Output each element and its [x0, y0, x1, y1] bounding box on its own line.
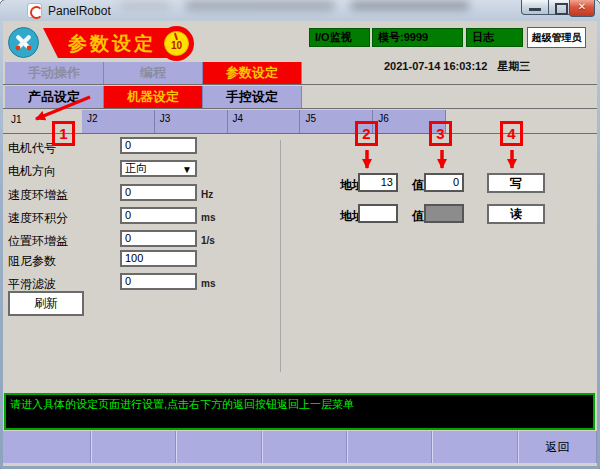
- blurred-background: [120, 2, 170, 9]
- tab-programming[interactable]: 编程: [104, 62, 203, 84]
- banner-slant: [43, 28, 58, 58]
- annotation-step-3: 3: [429, 121, 452, 146]
- annotation-step-2: 2: [355, 121, 378, 146]
- tools-icon: [8, 27, 39, 58]
- function-button-4[interactable]: [262, 431, 347, 463]
- mold-number-button[interactable]: 模号:9999: [372, 28, 463, 47]
- write-value-input[interactable]: 0: [424, 173, 464, 192]
- function-button-5[interactable]: [347, 431, 432, 463]
- damping-param-label: 阻尼参数: [8, 253, 56, 270]
- window-title: PanelRobot: [48, 4, 111, 18]
- app-window: PanelRobot 参数设定 10 I/O监视 模号:9999 日志 超级管理…: [0, 0, 600, 469]
- panel-divider: [280, 140, 281, 372]
- chevron-down-icon[interactable]: [182, 163, 192, 176]
- close-button[interactable]: [569, 0, 595, 17]
- tab-axis-j4[interactable]: J4: [228, 110, 301, 133]
- speed-loop-gain-unit: Hz: [201, 189, 213, 200]
- page-title: 参数设定: [58, 31, 166, 57]
- bottom-button-bar: 返回: [3, 431, 597, 463]
- function-button-1[interactable]: [3, 431, 91, 463]
- tab-axis-j2[interactable]: J2: [82, 110, 155, 133]
- function-button-6[interactable]: [432, 431, 518, 463]
- datetime: 2021-07-14 16:03:12星期三: [384, 59, 589, 74]
- app-icon[interactable]: [27, 3, 42, 18]
- gauge-value: 10: [164, 40, 189, 51]
- maximize-button[interactable]: [548, 0, 570, 15]
- divider: [3, 108, 597, 109]
- minimize-button[interactable]: [521, 0, 549, 15]
- motor-direction-label: 电机方向: [8, 163, 56, 180]
- sub-tabstrip: 产品设定 机器设定 手控设定: [5, 86, 302, 108]
- refresh-button[interactable]: 刷新: [8, 291, 84, 316]
- speed-loop-integral-label: 速度环积分: [8, 210, 68, 227]
- axis-tabstrip: J2 J3 J4 J5 J6: [82, 110, 446, 133]
- annotation-step-4: 4: [500, 121, 523, 146]
- status-message: 请进入具体的设定页面进行设置,点击右下方的返回按钮返回上一层菜单: [10, 398, 354, 410]
- tab-manual-operation[interactable]: 手动操作: [5, 62, 104, 84]
- speed-loop-gain-label: 速度环增益: [8, 187, 68, 204]
- position-loop-gain-unit: 1/s: [201, 235, 215, 246]
- return-button[interactable]: 返回: [518, 431, 597, 463]
- weekday-text: 星期三: [497, 60, 530, 72]
- divider: [3, 84, 597, 85]
- function-button-2[interactable]: [91, 431, 176, 463]
- read-value-display: [424, 204, 464, 223]
- motor-code-input[interactable]: 0: [120, 137, 197, 154]
- tab-machine-setting[interactable]: 机器设定: [104, 86, 203, 108]
- annotation-step-1: 1: [52, 121, 75, 146]
- smoothing-filter-input[interactable]: 0: [120, 273, 197, 290]
- speed-loop-gain-input[interactable]: 0: [120, 184, 197, 201]
- read-value-label: 值: [412, 208, 424, 225]
- read-button[interactable]: 读: [487, 204, 545, 224]
- smoothing-filter-unit: ms: [201, 278, 215, 289]
- titlebar: PanelRobot: [0, 0, 600, 21]
- tab-parameter-setting[interactable]: 参数设定: [203, 62, 302, 84]
- speed-loop-integral-input[interactable]: 0: [120, 207, 197, 224]
- tab-manual-control-setting[interactable]: 手控设定: [203, 86, 302, 108]
- blurred-background: [350, 1, 470, 10]
- function-button-3[interactable]: [176, 431, 262, 463]
- position-loop-gain-input[interactable]: 0: [120, 230, 197, 247]
- io-monitor-button[interactable]: I/O监视: [309, 28, 370, 47]
- write-addr-input[interactable]: 13: [358, 173, 398, 192]
- user-level-button[interactable]: 超级管理员: [527, 27, 586, 48]
- tab-axis-j3[interactable]: J3: [155, 110, 228, 133]
- motor-direction-value: 正向: [125, 162, 147, 174]
- speed-loop-integral-unit: ms: [201, 212, 215, 223]
- tab-product-setting[interactable]: 产品设定: [5, 86, 104, 108]
- status-bar: 请进入具体的设定页面进行设置,点击右下方的返回按钮返回上一层菜单: [4, 393, 595, 430]
- write-button[interactable]: 写: [487, 173, 545, 193]
- write-value-label: 值: [412, 177, 424, 194]
- main-tabstrip: 手动操作 编程 参数设定: [5, 62, 302, 84]
- motor-direction-select[interactable]: 正向: [120, 160, 197, 177]
- position-loop-gain-label: 位置环增益: [8, 233, 68, 250]
- read-addr-input[interactable]: [358, 204, 398, 223]
- log-button[interactable]: 日志: [466, 28, 523, 47]
- motor-code-label: 电机代号: [8, 140, 56, 157]
- blurred-background: [185, 0, 335, 11]
- date-time-text: 2021-07-14 16:03:12: [384, 60, 487, 72]
- damping-param-input[interactable]: 100: [120, 250, 197, 267]
